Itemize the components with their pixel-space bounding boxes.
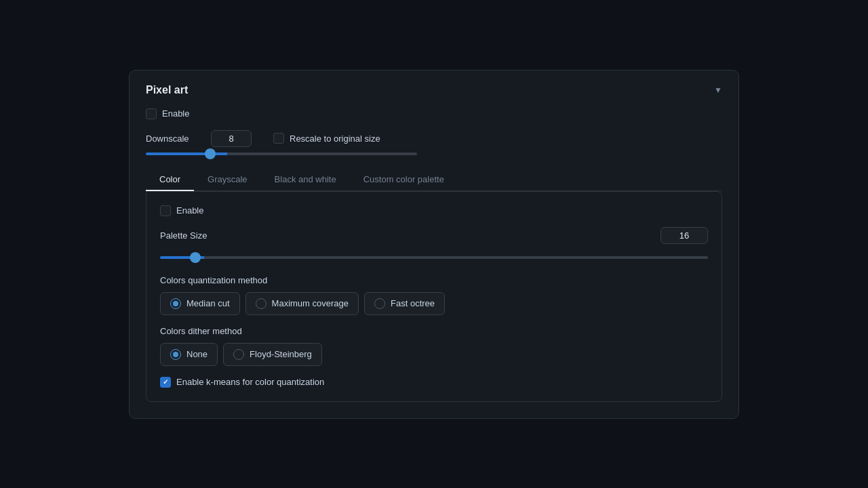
radio-label-maximum-coverage: Maximum coverage: [272, 298, 349, 308]
radio-dot-floyd-steinberg: [233, 349, 244, 360]
palette-size-row: Palette Size: [160, 227, 708, 244]
radio-maximum-coverage[interactable]: Maximum coverage: [245, 292, 359, 315]
radio-dot-maximum-coverage: [256, 298, 267, 309]
top-enable-label: Enable: [162, 108, 189, 119]
radio-floyd-steinberg[interactable]: Floyd-Steinberg: [223, 343, 322, 366]
tab-black-and-white[interactable]: Black and white: [261, 169, 350, 191]
radio-label-median-cut: Median cut: [186, 298, 230, 308]
tabs-wrapper: Color Grayscale Black and white Custom c…: [146, 169, 722, 402]
tabs-bar: Color Grayscale Black and white Custom c…: [146, 169, 722, 191]
dither-section: Colors dither method None Floyd-Steinber…: [160, 326, 708, 366]
panel-title: Pixel art: [146, 84, 188, 96]
rescale-label: Rescale to original size: [290, 134, 380, 144]
kmeans-checkbox[interactable]: [160, 377, 171, 388]
palette-slider-row: [160, 249, 708, 262]
downscale-slider[interactable]: [146, 152, 417, 155]
inner-panel: Enable Palette Size Colors quantization …: [146, 191, 722, 402]
tab-custom-color-palette[interactable]: Custom color palette: [350, 169, 458, 191]
inner-enable-row: Enable: [160, 205, 708, 216]
quantization-radio-group: Median cut Maximum coverage Fast octree: [160, 292, 708, 315]
downscale-input[interactable]: [211, 130, 252, 147]
top-enable-row: Enable: [146, 108, 722, 119]
radio-label-fast-octree: Fast octree: [391, 298, 435, 308]
downscale-slider-row: [146, 152, 722, 155]
inner-enable-checkbox[interactable]: [160, 205, 171, 216]
panel-header: Pixel art ▼: [146, 84, 722, 96]
pixel-art-panel: Pixel art ▼ Enable Downscale Rescale to …: [129, 70, 739, 419]
radio-median-cut[interactable]: Median cut: [160, 292, 240, 315]
tab-grayscale[interactable]: Grayscale: [194, 169, 261, 191]
radio-dot-fast-octree: [374, 298, 385, 309]
downscale-row: Downscale Rescale to original size: [146, 130, 722, 147]
radio-dot-median-cut: [170, 298, 181, 309]
palette-size-label: Palette Size: [160, 230, 207, 241]
radio-dot-none: [170, 349, 181, 360]
radio-label-floyd-steinberg: Floyd-Steinberg: [250, 349, 312, 359]
rescale-checkbox[interactable]: [273, 133, 284, 144]
kmeans-row: Enable k-means for color quantization: [160, 377, 708, 388]
collapse-icon[interactable]: ▼: [714, 85, 722, 95]
tab-color[interactable]: Color: [146, 169, 194, 191]
radio-none[interactable]: None: [160, 343, 218, 366]
kmeans-label: Enable k-means for color quantization: [176, 377, 324, 387]
rescale-row: Rescale to original size: [273, 133, 380, 144]
downscale-label: Downscale: [146, 134, 200, 144]
radio-label-none: None: [186, 349, 208, 359]
quantization-label: Colors quantization method: [160, 275, 708, 285]
top-enable-checkbox[interactable]: [146, 108, 157, 119]
palette-size-slider[interactable]: [160, 256, 708, 259]
inner-enable-label: Enable: [176, 205, 203, 216]
dither-label: Colors dither method: [160, 326, 708, 336]
quantization-section: Colors quantization method Median cut Ma…: [160, 275, 708, 315]
radio-fast-octree[interactable]: Fast octree: [364, 292, 445, 315]
dither-radio-group: None Floyd-Steinberg: [160, 343, 708, 366]
palette-size-input[interactable]: [660, 227, 708, 244]
